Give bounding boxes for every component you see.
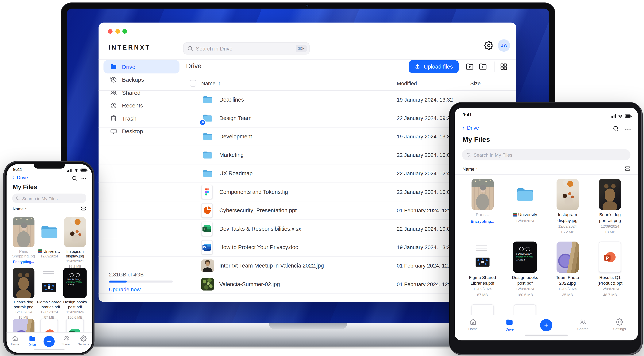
- add-button[interactable]: [44, 336, 55, 347]
- back-button[interactable]: Drive: [461, 125, 479, 131]
- file-item[interactable]: 5 Books Every Designer Needs To Read Des…: [504, 241, 546, 304]
- upload-files-button[interactable]: Upload files: [408, 60, 458, 73]
- nav-settings[interactable]: Settings: [601, 315, 638, 341]
- thumbnail-design-books: 5 Books Every Designer Needs To Read: [513, 241, 537, 273]
- file-item[interactable]: Figma Shared Libraries.pdf 12/09/2024 87…: [36, 267, 62, 318]
- file-size: 18 MB: [589, 230, 631, 235]
- file-item[interactable]: Team Photo 2022.jpg 12/09/2024 35 MB: [546, 241, 589, 304]
- file-item[interactable]: University 12/09/2024: [504, 178, 546, 241]
- column-header-name[interactable]: Name↑: [201, 80, 220, 86]
- sort-control[interactable]: Name ↑: [13, 207, 27, 211]
- file-item[interactable]: 5 Books Every Designer Needs To Read Des…: [62, 267, 88, 318]
- page-title: Drive: [186, 62, 201, 70]
- nav-add[interactable]: [528, 315, 564, 341]
- status-icons: [67, 168, 87, 173]
- window-controls: [108, 29, 127, 34]
- nav-settings[interactable]: Settings: [75, 333, 92, 353]
- file-item[interactable]: Figma Shared Libraries.pdf 12/09/2024 87…: [461, 241, 504, 304]
- back-button[interactable]: Drive: [12, 175, 28, 180]
- grid-view-icon[interactable]: [500, 63, 508, 70]
- select-all-checkbox[interactable]: [190, 80, 196, 87]
- settings-gear-icon[interactable]: [484, 41, 494, 50]
- home-indicator[interactable]: [525, 334, 568, 336]
- sort-control[interactable]: Name ↑: [462, 167, 478, 172]
- zoom-window-button[interactable]: [122, 29, 127, 34]
- laptop-camera: [306, 4, 308, 7]
- file-date: 12/09/2024: [36, 254, 62, 259]
- file-item[interactable]: Results Q1 (Product).ppt 12/09/2024 48.7…: [589, 241, 631, 304]
- photo-thumbnail: [201, 259, 214, 272]
- file-name: Cybersecurity_Presentation.ppt: [219, 207, 296, 213]
- file-name: Paris Shopping.jpg: [11, 249, 36, 259]
- folder-icon: [29, 335, 36, 342]
- drive-search-bar[interactable]: ⌘F: [183, 42, 310, 54]
- gear-icon: [80, 335, 87, 342]
- nav-home[interactable]: Home: [454, 315, 491, 341]
- file-name: Figma Shared Libraries.pdf: [36, 300, 62, 310]
- figma-file-icon: [201, 185, 212, 199]
- thumbnail-paris-shopping: [471, 179, 494, 210]
- file-item[interactable]: University 12/09/2024: [36, 216, 62, 267]
- search-icon[interactable]: [613, 126, 619, 132]
- drive-search-input[interactable]: [196, 45, 292, 51]
- phone-device: 9:41 Drive My Files Name ↑: [3, 161, 94, 355]
- encrypting-status: Encrypting...: [461, 219, 504, 223]
- nav-drive[interactable]: Drive: [491, 315, 528, 341]
- thumbnail-figma-pdf: [40, 268, 58, 298]
- add-button[interactable]: [540, 319, 552, 331]
- upload-folder-icon[interactable]: [465, 62, 474, 71]
- search-bar[interactable]: [462, 149, 630, 160]
- file-item[interactable]: Instagram display.jpg 12/09/2024 16.2 MB: [62, 216, 88, 267]
- file-date: 12/09/2024: [62, 310, 88, 315]
- column-header-modified[interactable]: Modified: [397, 80, 417, 86]
- thumbnail-paris-shopping: [13, 217, 34, 247]
- file-name: Deadlines: [219, 97, 244, 103]
- nav-shared[interactable]: Shared: [564, 315, 601, 341]
- more-options-icon[interactable]: [624, 126, 631, 133]
- file-date: 12/09/2024: [546, 224, 589, 229]
- file-name: Instagram display.jpg: [62, 249, 88, 259]
- people-icon: [579, 318, 586, 326]
- more-options-icon[interactable]: [81, 176, 87, 181]
- file-name: Instagram display.jpg: [552, 212, 583, 223]
- cellular-signal-icon: [610, 114, 616, 118]
- column-header-size[interactable]: Size: [470, 80, 481, 86]
- nav-home[interactable]: Home: [7, 333, 24, 353]
- file-size: 16.2 MB: [546, 230, 589, 235]
- search-bar[interactable]: [12, 194, 86, 203]
- back-label: Drive: [17, 175, 28, 180]
- gear-icon: [616, 318, 623, 326]
- file-modified: 22 January 2024. 12:44: [397, 170, 453, 177]
- thumbnail-instagram-display: [64, 217, 86, 247]
- file-modified: 22 January 2024. 10:08: [397, 152, 453, 158]
- file-item[interactable]: Instagram display.jpg 12/09/2024 16.2 MB: [546, 178, 589, 241]
- search-input[interactable]: [474, 152, 626, 157]
- home-indicator[interactable]: [34, 349, 64, 350]
- file-item[interactable]: Brian's dog portrait.png 12/09/2024 18 M…: [589, 178, 631, 241]
- file-name: Design Team: [219, 115, 252, 121]
- bottom-nav: Home Drive Shared Settings: [454, 315, 638, 341]
- file-size: 48.7 MB: [589, 293, 631, 298]
- new-folder-icon[interactable]: [478, 62, 487, 71]
- folder-icon: [110, 63, 117, 70]
- search-icon[interactable]: [72, 176, 77, 181]
- status-time: 9:41: [13, 167, 22, 172]
- list-view-icon[interactable]: [624, 166, 630, 172]
- close-window-button[interactable]: [108, 29, 112, 34]
- list-view-icon[interactable]: [81, 206, 86, 211]
- sidebar-item-drive[interactable]: Drive: [104, 60, 180, 73]
- search-icon: [466, 152, 471, 157]
- file-item[interactable]: Paris Shopping.jpg Encrypting...: [11, 216, 36, 267]
- home-icon: [12, 335, 18, 342]
- sort-ascending-icon: ↑: [25, 207, 27, 211]
- minimize-window-button[interactable]: [115, 29, 120, 34]
- file-item[interactable]: Brian's dog portrait.png 12/09/2024 18 M…: [11, 267, 36, 318]
- file-item[interactable]: Paris... Encrypting...: [461, 178, 504, 241]
- avatar[interactable]: JA: [498, 39, 510, 52]
- search-input[interactable]: [22, 196, 83, 201]
- file-size: 87 MB: [461, 293, 504, 298]
- battery-icon: [624, 114, 631, 118]
- file-modified: 22 January 2024. 10:08: [397, 189, 453, 195]
- file-size: 180.6 MB: [504, 293, 546, 298]
- page-title: My Files: [462, 136, 490, 144]
